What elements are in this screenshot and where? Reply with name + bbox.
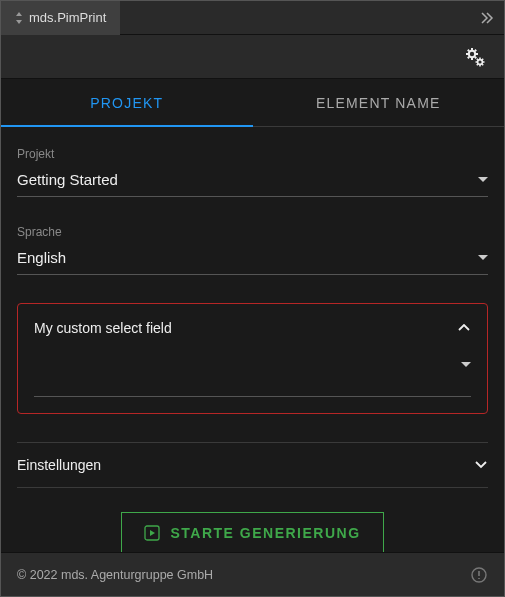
footer: © 2022 mds. Agenturgruppe GmbH	[1, 552, 504, 596]
tab-element-name[interactable]: ELEMENT NAME	[253, 79, 505, 126]
content: PROJEKT ELEMENT NAME Projekt Getting Sta…	[1, 79, 504, 552]
chevron-down-icon	[478, 255, 488, 260]
custom-select-dropdown[interactable]	[34, 362, 471, 397]
sprache-label: Sprache	[17, 225, 488, 239]
svg-point-0	[469, 50, 475, 56]
custom-select-header[interactable]: My custom select field	[34, 320, 471, 336]
panel-tab[interactable]: mds.PimPrint	[1, 1, 120, 35]
gears-icon	[464, 46, 486, 68]
einstellungen-row[interactable]: Einstellungen	[17, 442, 488, 488]
expand-button[interactable]	[470, 1, 504, 35]
tab-projekt-label: PROJEKT	[90, 95, 163, 111]
tabs: PROJEKT ELEMENT NAME	[1, 79, 504, 127]
panel-body: Projekt Getting Started Sprache English …	[1, 147, 504, 552]
chevrons-right-icon	[480, 12, 494, 24]
projekt-label: Projekt	[17, 147, 488, 161]
tab-projekt[interactable]: PROJEKT	[1, 79, 253, 126]
custom-select-title: My custom select field	[34, 320, 172, 336]
sprache-select[interactable]: English	[17, 245, 488, 275]
custom-select-box: My custom select field	[17, 303, 488, 414]
titlebar: mds.PimPrint	[1, 1, 504, 35]
projekt-select[interactable]: Getting Started	[17, 167, 488, 197]
generate-button[interactable]: STARTE GENERIERUNG	[121, 512, 383, 552]
action-row: STARTE GENERIERUNG	[17, 512, 488, 552]
chevron-up-icon	[457, 324, 471, 332]
einstellungen-label: Einstellungen	[17, 457, 101, 473]
toolbar	[1, 35, 504, 79]
generate-label: STARTE GENERIERUNG	[170, 525, 360, 541]
projekt-field: Projekt Getting Started	[17, 147, 488, 197]
info-icon[interactable]	[470, 566, 488, 584]
copyright-text: © 2022 mds. Agenturgruppe GmbH	[17, 568, 213, 582]
tab-element-label: ELEMENT NAME	[316, 95, 441, 111]
drag-icon	[15, 12, 23, 24]
svg-point-1	[478, 59, 483, 64]
clock-alert-icon	[470, 566, 488, 584]
chevron-down-icon	[461, 362, 471, 367]
chevron-down-icon	[478, 177, 488, 182]
panel-title: mds.PimPrint	[29, 10, 106, 25]
chevron-down-icon	[474, 461, 488, 469]
sprache-value: English	[17, 249, 66, 266]
settings-icon-button[interactable]	[464, 46, 486, 68]
sprache-field: Sprache English	[17, 225, 488, 275]
projekt-value: Getting Started	[17, 171, 118, 188]
play-icon	[144, 525, 160, 541]
